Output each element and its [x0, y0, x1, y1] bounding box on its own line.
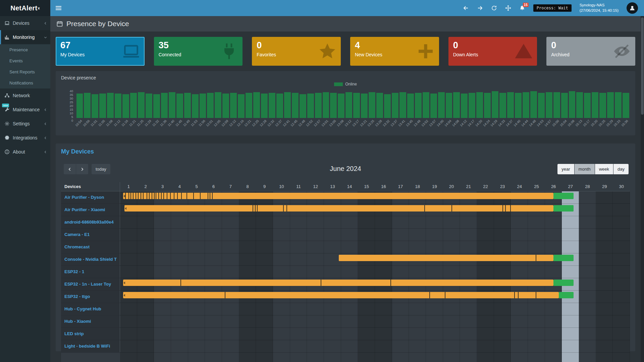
x-tick-label: 15:25: [598, 119, 606, 127]
scrollbar-thumb[interactable]: [641, 17, 644, 115]
presence-event-bar-orange[interactable]: [124, 205, 553, 212]
x-tick-label: 12:32: [267, 119, 275, 127]
sidebar-item-label: Devices: [13, 20, 40, 26]
x-tick-label: 13:45: [405, 119, 414, 127]
view-year-button[interactable]: year: [557, 164, 574, 174]
day-header-cell: 13: [324, 184, 341, 189]
host-name: Synology-NAS: [580, 3, 619, 8]
device-name-link[interactable]: Air Purifier - Dyson: [61, 191, 120, 203]
sidebar-item-settings[interactable]: Settings: [0, 117, 50, 131]
monitoring-submenu: Presence Events Sent Reports Notificatio…: [0, 44, 50, 88]
nav-back-icon[interactable]: [463, 5, 469, 11]
view-month-button[interactable]: month: [575, 164, 595, 174]
device-name-link[interactable]: ESP32 - 1n - Laser Toy: [61, 278, 120, 290]
y-tick-label: 15: [69, 108, 73, 111]
device-name-link[interactable]: LED strip: [61, 328, 120, 340]
sidebar-item-about[interactable]: About: [0, 145, 50, 159]
tile-my-devices[interactable]: 67 My Devices: [56, 37, 145, 66]
presence-event-bar-green[interactable]: [559, 292, 574, 298]
view-week-button[interactable]: week: [595, 164, 613, 174]
x-tick-label: 14:33: [497, 119, 506, 127]
continues-left-arrow-icon: [123, 282, 125, 284]
day-header-cell: 22: [477, 184, 494, 189]
sidebar-toggle-button[interactable]: [50, 0, 66, 16]
presence-gap-tick: [502, 205, 503, 212]
sidebar-subitem-sent-reports[interactable]: Sent Reports: [0, 66, 50, 77]
sidebar-item-label: Monitoring: [13, 35, 40, 40]
presence-gap-tick: [180, 280, 181, 286]
presence-event-bar-green[interactable]: [553, 205, 574, 212]
tile-favorites[interactable]: 0 Favorites: [252, 37, 341, 66]
sidebar-item-maintenance[interactable]: new Maintenance: [0, 103, 50, 117]
online-count-bar: [153, 94, 160, 118]
device-name-link[interactable]: Light - bedside B WiFi: [61, 340, 120, 352]
tile-archived[interactable]: 0 Archived: [546, 37, 635, 66]
topbar-main: 15 Process: Wait Synology-NAS (27/06/202…: [50, 0, 644, 16]
sidebar-item-network[interactable]: Network: [0, 88, 50, 103]
page-scrollbar[interactable]: [641, 16, 644, 362]
device-name-link[interactable]: ESP32 - ttgo: [61, 291, 120, 303]
presence-gap-tick: [424, 205, 425, 212]
sidebar-subitem-presence[interactable]: Presence: [0, 44, 50, 55]
presence-gap-tick: [133, 193, 133, 199]
view-day-button[interactable]: day: [613, 164, 629, 174]
chart-legend[interactable]: Online: [61, 82, 630, 86]
presence-event-bar-orange[interactable]: [123, 280, 553, 286]
presence-event-bar-orange[interactable]: [123, 292, 559, 298]
presence-gap-tick: [510, 205, 511, 212]
presence-event-bar-orange[interactable]: [123, 193, 553, 199]
app-logo[interactable]: NetAlertx: [0, 0, 50, 16]
x-tick-label: 14:53: [536, 119, 544, 127]
presence-gap-tick: [143, 193, 144, 199]
tile-new-devices[interactable]: 4 New Devices: [350, 37, 439, 66]
chevron-left-icon: [43, 136, 48, 140]
presence-gap-tick: [138, 193, 139, 199]
presence-event-bar-orange[interactable]: [339, 255, 553, 261]
x-tick-label: 14:08: [451, 119, 460, 127]
process-status-label: Process: Wait: [533, 4, 572, 12]
notifications-bell-icon[interactable]: 15: [519, 5, 525, 11]
presence-gap-tick: [125, 193, 126, 199]
calendar-title: June 2024: [61, 165, 630, 173]
sidebar-item-monitoring[interactable]: Monitoring: [0, 30, 50, 44]
presence-gap-tick: [170, 193, 171, 199]
device-row: Hub - Cygnet Hub: [61, 303, 630, 315]
legend-online-label: Online: [345, 82, 357, 86]
online-count-bar: [430, 94, 437, 118]
device-name-link[interactable]: ESP32 - 1: [61, 266, 120, 278]
presence-gap-tick: [141, 193, 141, 199]
nav-forward-icon[interactable]: [477, 5, 483, 11]
device-name-link[interactable]: Hub - Xiaomi: [61, 315, 120, 327]
presence-event-bar-green[interactable]: [553, 193, 574, 199]
sidebar-subitem-notifications[interactable]: Notifications: [0, 77, 50, 88]
gear-icon: [4, 121, 10, 126]
presence-event-bar-green[interactable]: [553, 280, 574, 286]
device-rows: Air Purifier - DysonAir Purifier - Xiaom…: [61, 191, 630, 353]
device-name-link[interactable]: Air Purifier - Xiaomi: [61, 204, 120, 216]
refresh-icon[interactable]: [491, 5, 497, 11]
move-arrows-icon[interactable]: [505, 5, 511, 11]
device-name-link[interactable]: Chromecast: [61, 241, 120, 253]
online-count-bar: [330, 93, 337, 118]
x-tick-label: 10:56: [82, 119, 91, 127]
x-tick-label: 13:57: [428, 119, 437, 127]
online-count-bar: [461, 94, 468, 118]
laptop-icon: [122, 42, 141, 61]
user-avatar[interactable]: [627, 2, 638, 14]
device-name-link[interactable]: android-68608b93a00e4: [61, 216, 120, 228]
presence-gap-tick: [505, 205, 506, 212]
tile-connected[interactable]: 35 Connected: [154, 37, 243, 66]
device-name-link[interactable]: Console - Nvidia Shield T: [61, 253, 120, 265]
sidebar-item-devices[interactable]: Devices: [0, 16, 50, 30]
tile-down-alerts[interactable]: 0 Down Alerts: [448, 37, 537, 66]
presence-event-bar-green[interactable]: [553, 255, 574, 261]
sidebar-item-integrations[interactable]: Integrations: [0, 131, 50, 145]
online-count-bar: [122, 94, 129, 118]
online-count-bar: [107, 93, 114, 118]
presence-gap-tick: [257, 205, 258, 212]
x-tick-label: 11:16: [121, 119, 129, 127]
device-name-link[interactable]: Hub - Cygnet Hub: [61, 303, 120, 315]
sidebar-subitem-events[interactable]: Events: [0, 55, 50, 66]
online-count-bar: [269, 93, 275, 118]
device-name-link[interactable]: Camera - E1: [61, 229, 120, 241]
